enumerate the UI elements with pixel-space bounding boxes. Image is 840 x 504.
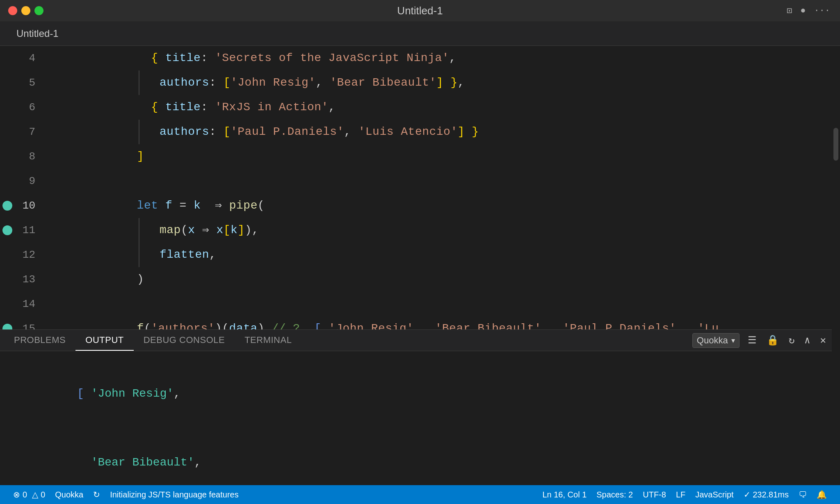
panel-output: [ 'John Resig', 'Bear Bibeault', 'Paul P… bbox=[0, 351, 832, 485]
tab-debug-console[interactable]: DEBUG CONSOLE bbox=[134, 330, 235, 351]
tab-label: Untitled-1 bbox=[16, 28, 59, 39]
code-line-8: 8 ] bbox=[0, 144, 832, 169]
chevron-down-icon: ▾ bbox=[731, 336, 735, 345]
close-panel-icon[interactable]: ✕ bbox=[819, 333, 828, 348]
quokka-dropdown[interactable]: Quokka ▾ bbox=[692, 333, 740, 348]
line-indicator-15 bbox=[0, 324, 15, 329]
circle-icon: ● bbox=[800, 6, 806, 16]
close-button[interactable] bbox=[8, 6, 17, 15]
status-cursor[interactable]: Ln 16, Col 1 bbox=[537, 490, 591, 499]
output-line-2: 'Bear Bibeault', bbox=[8, 428, 824, 485]
line-number-5: 5 bbox=[15, 70, 48, 95]
split-editor-icon[interactable]: ⊡ bbox=[787, 5, 792, 16]
titlebar-actions: ⊡ ● ··· bbox=[787, 5, 830, 16]
line-number-4: 4 bbox=[15, 46, 48, 70]
tab-terminal[interactable]: TERMINAL bbox=[235, 330, 301, 351]
editor-area: 4 { title: 'Secrets of the JavaScript Ni… bbox=[0, 46, 832, 485]
line-number-7: 7 bbox=[15, 120, 48, 144]
expand-icon[interactable]: ∧ bbox=[803, 333, 812, 348]
error-count: 0 bbox=[23, 490, 27, 499]
line-number-13: 13 bbox=[15, 267, 48, 292]
status-timing: ✓ 232.81ms bbox=[739, 490, 794, 499]
traffic-lights bbox=[8, 6, 43, 15]
line-indicator-10 bbox=[0, 201, 15, 211]
lock-icon[interactable]: 🔒 bbox=[765, 333, 781, 348]
code-lines: 4 { title: 'Secrets of the JavaScript Ni… bbox=[0, 46, 832, 329]
breakpoint-15 bbox=[2, 324, 12, 329]
line-indicator-11 bbox=[0, 225, 15, 235]
scrollbar-thumb[interactable] bbox=[833, 128, 838, 161]
notification-icon[interactable]: 🔔 bbox=[812, 490, 832, 499]
statusbar: ⊗ 0 △ 0 Quokka ↻ Initializing JS/TS lang… bbox=[0, 485, 840, 504]
tab-output[interactable]: OUTPUT bbox=[75, 330, 133, 351]
status-refresh-icon[interactable]: ↻ bbox=[88, 485, 105, 504]
panel-tab-actions: Quokka ▾ ☰ 🔒 ↻ ∧ ✕ bbox=[692, 333, 828, 348]
status-errors[interactable]: ⊗ 0 △ 0 bbox=[8, 485, 50, 504]
quokka-status-label: Quokka bbox=[55, 490, 83, 499]
panel: PROBLEMS OUTPUT DEBUG CONSOLE TERMINAL Q… bbox=[0, 329, 832, 485]
tab-untitled[interactable]: Untitled-1 bbox=[8, 25, 67, 43]
status-encoding[interactable]: UTF-8 bbox=[638, 490, 671, 499]
status-language[interactable]: JavaScript bbox=[690, 490, 738, 499]
line-number-6: 6 bbox=[15, 95, 48, 120]
feedback-icon[interactable]: 🗨 bbox=[794, 490, 812, 499]
scrollbar-track[interactable] bbox=[832, 46, 840, 485]
quokka-label: Quokka bbox=[697, 335, 728, 346]
code-line-15: 15 f('authors')(data) // ? [ 'John Resig… bbox=[0, 316, 832, 329]
error-icon: ⊗ bbox=[13, 490, 20, 499]
maximize-button[interactable] bbox=[34, 6, 43, 15]
breakpoint-11 bbox=[2, 225, 12, 235]
breakpoint-10 bbox=[2, 201, 12, 211]
list-icon[interactable]: ☰ bbox=[746, 333, 758, 348]
warning-count: 0 bbox=[41, 490, 45, 499]
status-spaces[interactable]: Spaces: 2 bbox=[591, 490, 638, 499]
minimize-button[interactable] bbox=[21, 6, 30, 15]
editor-container: 4 { title: 'Secrets of the JavaScript Ni… bbox=[0, 46, 840, 485]
line-number-15: 15 bbox=[15, 316, 48, 329]
tab-problems[interactable]: PROBLEMS bbox=[4, 330, 75, 351]
output-line-1: [ 'John Resig', bbox=[8, 359, 824, 428]
refresh-icon[interactable]: ↻ bbox=[787, 333, 796, 348]
line-number-14: 14 bbox=[15, 292, 48, 316]
tab-bar: Untitled-1 bbox=[0, 21, 840, 46]
more-actions-icon[interactable]: ··· bbox=[814, 6, 830, 16]
window-title: Untitled-1 bbox=[397, 5, 443, 17]
line-number-9: 9 bbox=[15, 169, 48, 193]
line-number-10: 10 bbox=[15, 193, 48, 218]
status-right: Ln 16, Col 1 Spaces: 2 UTF-8 LF JavaScri… bbox=[537, 490, 832, 499]
line-content-15: f('authors')(data) // ? [ 'John Resig', … bbox=[48, 292, 832, 329]
code-line-13: 13 ) bbox=[0, 267, 832, 292]
line-number-11: 11 bbox=[15, 218, 48, 243]
warning-icon: △ bbox=[32, 490, 38, 499]
sync-icon: ↻ bbox=[93, 490, 100, 499]
line-number-8: 8 bbox=[15, 144, 48, 169]
line-number-12: 12 bbox=[15, 243, 48, 267]
status-message: Initializing JS/TS language features bbox=[105, 485, 244, 504]
panel-tabs: PROBLEMS OUTPUT DEBUG CONSOLE TERMINAL Q… bbox=[0, 330, 832, 351]
code-editor[interactable]: 4 { title: 'Secrets of the JavaScript Ni… bbox=[0, 46, 832, 329]
status-line-ending[interactable]: LF bbox=[671, 490, 690, 499]
titlebar: Untitled-1 ⊡ ● ··· bbox=[0, 0, 840, 21]
status-quokka[interactable]: Quokka bbox=[50, 485, 88, 504]
